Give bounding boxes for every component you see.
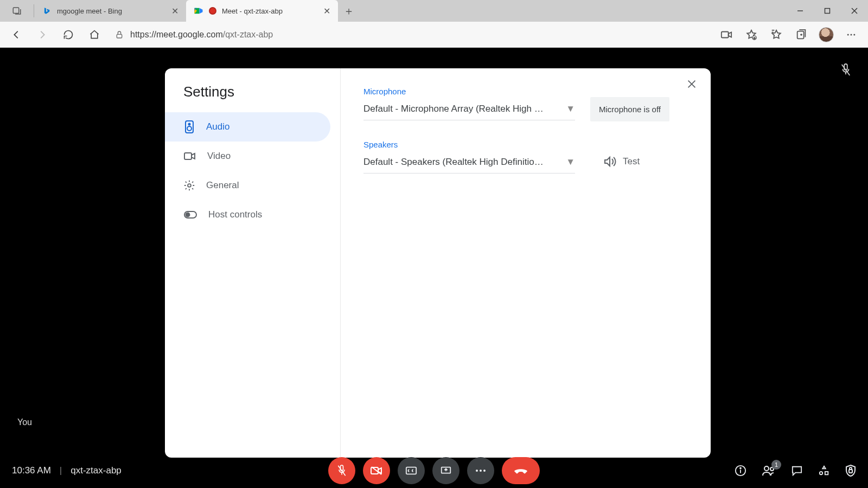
captions-button[interactable] xyxy=(398,457,425,484)
meeting-code: qxt-ztax-abp xyxy=(71,465,122,476)
forward-button[interactable] xyxy=(30,24,54,46)
participants-badge: 1 xyxy=(771,460,781,470)
separator: | xyxy=(60,465,62,476)
minimize-button[interactable] xyxy=(787,0,814,22)
sidebar-item-label: Video xyxy=(207,151,231,162)
sidebar-item-label: Audio xyxy=(206,121,229,132)
svg-point-21 xyxy=(189,124,190,125)
profile-button[interactable] xyxy=(814,24,839,46)
speakers-value: Default - Speakers (Realtek High Definit… xyxy=(363,157,544,168)
svg-point-42 xyxy=(764,466,769,471)
sidebar-item-general[interactable]: General xyxy=(165,171,330,200)
browser-toolbar: https://meet.google.com/qxt-ztax-abp + xyxy=(0,22,868,48)
meet-stage: You Settings Audio Video General Host co… xyxy=(0,48,868,488)
mic-muted-icon xyxy=(840,63,852,77)
speakers-select[interactable]: Default - Speakers (Realtek High Definit… xyxy=(363,155,575,174)
chevron-down-icon: ▼ xyxy=(566,104,575,114)
meet-icon xyxy=(194,6,203,16)
lock-icon xyxy=(115,30,124,40)
tab-actions-button[interactable] xyxy=(0,0,34,22)
microphone-status: Microphone is off xyxy=(590,97,669,121)
meeting-details-button[interactable] xyxy=(735,465,746,477)
toggle-icon xyxy=(183,210,197,219)
bing-icon xyxy=(42,6,52,16)
microphone-value: Default - Microphone Array (Realtek High… xyxy=(363,104,544,114)
toggle-mic-button[interactable] xyxy=(328,457,355,484)
speakers-heading: Speakers xyxy=(363,140,688,149)
close-window-button[interactable] xyxy=(841,0,868,22)
svg-point-44 xyxy=(820,472,823,475)
close-icon[interactable]: ✕ xyxy=(171,6,178,16)
gear-icon xyxy=(183,179,195,191)
svg-rect-45 xyxy=(825,472,828,475)
meet-bottom-bar: 10:36 AM | qxt-ztax-abp 1 xyxy=(0,453,868,488)
avatar xyxy=(819,27,834,42)
collections-button[interactable] xyxy=(789,24,814,46)
favorites-list-button[interactable] xyxy=(764,24,789,46)
tab-meet[interactable]: Meet - qxt-ztax-abp ✕ xyxy=(186,0,338,22)
favorite-button[interactable]: + xyxy=(739,24,764,46)
close-dialog-button[interactable] xyxy=(686,78,698,90)
svg-rect-2 xyxy=(825,9,830,14)
close-icon[interactable]: ✕ xyxy=(323,6,330,16)
clock: 10:36 AM xyxy=(12,465,51,476)
svg-rect-0 xyxy=(13,8,19,14)
svg-point-36 xyxy=(476,470,478,472)
address-bar[interactable]: https://meet.google.com/qxt-ztax-abp xyxy=(108,25,712,44)
back-button[interactable] xyxy=(4,24,28,46)
svg-point-15 xyxy=(851,34,852,35)
participants-button[interactable]: 1 xyxy=(762,465,776,476)
toggle-cam-button[interactable] xyxy=(363,457,390,484)
tab-title: Meet - qxt-ztax-abp xyxy=(222,7,318,15)
speaker-icon xyxy=(183,120,195,134)
svg-text:+: + xyxy=(754,36,755,39)
videocam-icon xyxy=(183,151,196,161)
refresh-button[interactable] xyxy=(56,24,80,46)
settings-dialog: Settings Audio Video General Host contro… xyxy=(165,68,711,458)
chevron-down-icon: ▼ xyxy=(566,157,575,168)
settings-sidebar: Settings Audio Video General Host contro… xyxy=(165,68,341,458)
leave-call-button[interactable] xyxy=(502,457,540,484)
speakers-section: Speakers Default - Speakers (Realtek Hig… xyxy=(363,140,688,174)
host-controls-button[interactable] xyxy=(845,464,856,477)
url-text: https://meet.google.com/qxt-ztax-abp xyxy=(130,30,273,40)
sidebar-item-audio[interactable]: Audio xyxy=(165,112,330,142)
sidebar-item-label: General xyxy=(206,180,239,191)
sidebar-item-label: Host controls xyxy=(208,209,262,220)
present-button[interactable] xyxy=(432,457,459,484)
maximize-button[interactable] xyxy=(814,0,841,22)
record-icon xyxy=(209,7,216,15)
svg-line-33 xyxy=(372,467,381,474)
svg-point-37 xyxy=(480,470,482,472)
settings-content: Microphone Default - Microphone Array (R… xyxy=(341,68,711,458)
test-speakers-button[interactable]: Test xyxy=(603,155,640,168)
svg-point-22 xyxy=(187,126,192,131)
camera-permission-icon[interactable] xyxy=(714,24,739,46)
sidebar-item-host-controls[interactable]: Host controls xyxy=(165,200,330,229)
microphone-select[interactable]: Default - Microphone Array (Realtek High… xyxy=(363,101,575,120)
tab-bing[interactable]: mgoogle meet - Bing ✕ xyxy=(34,0,186,22)
microphone-section: Microphone Default - Microphone Array (R… xyxy=(363,87,688,121)
more-options-button[interactable] xyxy=(467,457,494,484)
tab-title: mgoogle meet - Bing xyxy=(57,7,166,15)
browser-titlebar: mgoogle meet - Bing ✕ Meet - qxt-ztax-ab… xyxy=(0,0,868,22)
svg-point-41 xyxy=(740,468,741,469)
svg-rect-46 xyxy=(849,470,852,473)
new-tab-button[interactable]: ＋ xyxy=(338,0,360,22)
home-button[interactable] xyxy=(82,24,106,46)
svg-rect-6 xyxy=(722,31,729,37)
microphone-heading: Microphone xyxy=(363,87,688,96)
sidebar-item-video[interactable]: Video xyxy=(165,142,330,171)
self-tile-label: You xyxy=(17,418,32,427)
svg-rect-34 xyxy=(406,467,416,474)
svg-point-16 xyxy=(853,34,855,35)
svg-rect-23 xyxy=(184,153,192,159)
activities-button[interactable] xyxy=(818,465,830,477)
chat-button[interactable] xyxy=(791,465,803,476)
menu-button[interactable] xyxy=(839,24,864,46)
svg-point-26 xyxy=(186,213,190,217)
window-controls xyxy=(787,0,868,22)
svg-point-14 xyxy=(847,34,849,35)
svg-rect-5 xyxy=(117,34,122,38)
settings-title: Settings xyxy=(165,84,340,112)
